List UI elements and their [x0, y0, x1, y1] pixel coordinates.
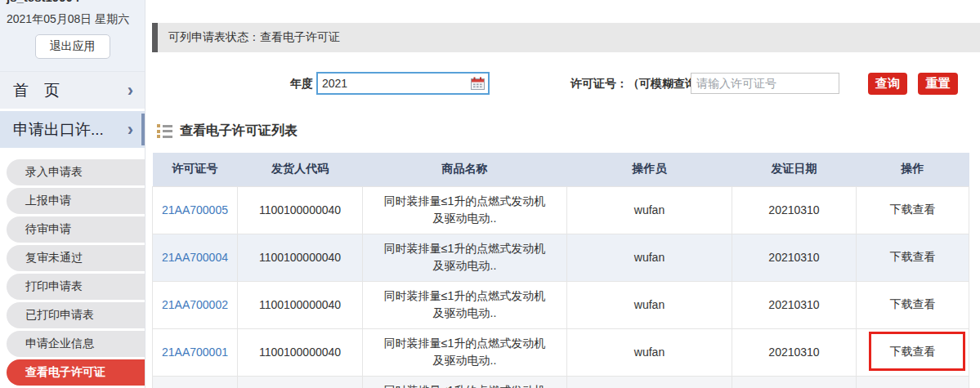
app-window: js_test19904 2021年05月08日 星期六 退出应用 首 页 › … [0, 0, 980, 388]
filter-area: 年度： 许可证号：（可模糊查询） 查询 重置 [152, 72, 980, 95]
operator-cell [567, 376, 732, 388]
license-link[interactable]: 21AA700001 [162, 346, 228, 359]
table-row: 21AA700002 1100100000040 同时装排量≤1升的点燃式发动机… [153, 281, 969, 328]
action-cell [857, 376, 969, 388]
license-number-cell [153, 376, 238, 388]
issue-date-cell: 20210310 [732, 234, 857, 281]
submenu-item[interactable]: 已打印申请表 [7, 302, 145, 328]
list-title: 查看电子许可证列表 [180, 123, 298, 140]
column-header-license: 许可证号 [153, 153, 238, 186]
product-name-cell: 同时装排量≤1升的点燃式发动机及驱动电动.. [363, 376, 567, 388]
issue-date-cell: 20210310 [732, 328, 857, 376]
submenu-item[interactable]: 查看电子许可证 [7, 359, 145, 386]
shipper-code-cell: 1100100000040 [238, 234, 363, 281]
license-link[interactable]: 21AA700005 [162, 203, 228, 216]
user-panel: js_test19904 2021年05月08日 星期六 退出应用 [0, 0, 145, 72]
action-cell: 下载查看 [857, 281, 969, 328]
shipper-code-cell [238, 376, 363, 388]
license-link[interactable]: 21AA700004 [162, 251, 228, 264]
operator-cell: wufan [567, 281, 732, 328]
license-link[interactable]: 21AA700002 [162, 298, 228, 311]
list-title-row: 查看电子许可证列表 [157, 123, 298, 140]
main-content: 可列申请表状态：查看电子许可证 年度： 许可证号：（可模糊查询） [152, 0, 980, 388]
action-cell: 下载查看 [857, 186, 969, 234]
column-header-operator: 操作员 [567, 153, 732, 186]
license-table-wrap: 许可证号 发货人代码 商品名称 操作员 发证日期 操作 21AA700005 1… [152, 153, 969, 388]
download-view-link[interactable]: 下载查看 [890, 250, 936, 263]
issue-date-cell: 20210310 [732, 281, 857, 328]
table-row: 同时装排量≤1升的点燃式发动机及驱动电动.. [153, 376, 969, 388]
table-header-row: 许可证号 发货人代码 商品名称 操作员 发证日期 操作 [153, 153, 969, 186]
reset-button[interactable]: 重置 [918, 73, 958, 95]
product-name-cell: 同时装排量≤1升的点燃式发动机及驱动电动.. [363, 186, 567, 234]
sidebar: js_test19904 2021年05月08日 星期六 退出应用 首 页 › … [0, 0, 145, 388]
submenu-item[interactable]: 上报申请 [7, 188, 145, 214]
license-number-cell: 21AA700001 [153, 328, 238, 376]
license-number-cell: 21AA700002 [153, 281, 238, 328]
product-name-cell: 同时装排量≤1升的点燃式发动机及驱动电动.. [363, 234, 567, 281]
action-cell: 下载查看 [857, 328, 969, 376]
license-number-label: 许可证号：（可模糊查询） [571, 77, 708, 91]
sidebar-submenu: 录入申请表上报申请待审申请复审未通过打印申请表已打印申请表申请企业信息查看电子许… [0, 148, 145, 386]
column-header-shipper-code: 发货人代码 [238, 153, 363, 186]
logout-button[interactable]: 退出应用 [35, 34, 110, 59]
download-view-link[interactable]: 下载查看 [890, 203, 936, 216]
operator-cell: wufan [567, 328, 732, 376]
license-table-body: 21AA700005 1100100000040 同时装排量≤1升的点燃式发动机… [153, 186, 969, 388]
download-view-link[interactable]: 下载查看 [890, 345, 936, 358]
submenu-item[interactable]: 录入申请表 [7, 159, 145, 185]
submenu-item[interactable]: 打印申请表 [7, 274, 145, 300]
submenu-item[interactable]: 申请企业信息 [7, 331, 145, 357]
license-number-cell: 21AA700004 [153, 234, 238, 281]
table-row: 21AA700004 1100100000040 同时装排量≤1升的点燃式发动机… [153, 234, 969, 281]
license-number-input[interactable] [691, 73, 839, 94]
date-label: 2021年05月08日 星期六 [0, 4, 145, 27]
column-header-action: 操作 [857, 153, 969, 186]
download-view-link[interactable]: 下载查看 [890, 297, 936, 310]
calendar-icon[interactable] [471, 77, 485, 90]
license-table: 许可证号 发货人代码 商品名称 操作员 发证日期 操作 21AA700005 1… [152, 153, 969, 388]
operator-cell: wufan [567, 186, 732, 234]
submenu-item[interactable]: 待审申请 [7, 216, 145, 243]
operator-cell: wufan [567, 234, 732, 281]
issue-date-cell: 20210310 [732, 186, 857, 234]
license-number-cell: 21AA700005 [153, 186, 238, 234]
sidebar-item-home-label: 首 页 [13, 80, 60, 101]
action-cell: 下载查看 [857, 234, 969, 281]
year-input[interactable] [318, 77, 461, 90]
table-row: 21AA700005 1100100000040 同时装排量≤1升的点燃式发动机… [153, 186, 969, 234]
product-name-cell: 同时装排量≤1升的点燃式发动机及驱动电动.. [363, 328, 567, 376]
table-row: 21AA700001 1100100000040 同时装排量≤1升的点燃式发动机… [153, 328, 969, 376]
year-field-wrap [316, 72, 490, 95]
query-button[interactable]: 查询 [868, 73, 907, 95]
status-bar: 可列申请表状态：查看电子许可证 [152, 23, 980, 52]
chevron-right-icon: › [128, 121, 133, 139]
issue-date-cell [732, 376, 857, 388]
shipper-code-cell: 1100100000040 [238, 186, 363, 234]
sidebar-item-export-license-label: 申请出口许... [13, 119, 104, 140]
list-icon [157, 124, 172, 138]
active-indicator-bar [141, 114, 145, 145]
product-name-cell: 同时装排量≤1升的点燃式发动机及驱动电动.. [363, 281, 567, 328]
shipper-code-cell: 1100100000040 [238, 281, 363, 328]
column-header-issue-date: 发证日期 [732, 153, 857, 186]
column-header-product-name: 商品名称 [363, 153, 567, 186]
shipper-code-cell: 1100100000040 [238, 328, 363, 376]
status-text: 可列申请表状态：查看电子许可证 [168, 30, 340, 45]
chevron-right-icon: › [128, 82, 133, 100]
sidebar-item-home[interactable]: 首 页 › [0, 72, 145, 109]
sidebar-item-export-license[interactable]: 申请出口许... › [0, 111, 145, 148]
submenu-item[interactable]: 复审未通过 [7, 245, 145, 271]
